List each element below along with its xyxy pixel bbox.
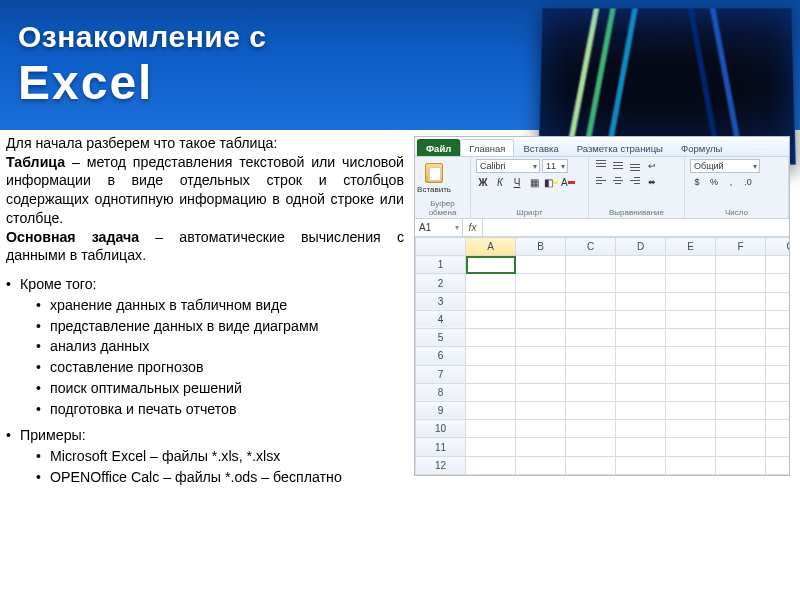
- cell[interactable]: [766, 310, 790, 328]
- cell[interactable]: [666, 438, 716, 456]
- align-bottom-button[interactable]: [628, 159, 642, 171]
- cell[interactable]: [666, 329, 716, 347]
- column-header[interactable]: E: [666, 238, 716, 256]
- cell[interactable]: [516, 256, 566, 274]
- row-header[interactable]: 5: [416, 329, 466, 347]
- cell[interactable]: [466, 383, 516, 401]
- column-header[interactable]: F: [716, 238, 766, 256]
- cell[interactable]: [716, 401, 766, 419]
- cell[interactable]: [616, 347, 666, 365]
- cell[interactable]: [716, 456, 766, 474]
- column-header[interactable]: A: [466, 238, 516, 256]
- cell[interactable]: [716, 256, 766, 274]
- cell[interactable]: [466, 420, 516, 438]
- cell[interactable]: [666, 310, 716, 328]
- cell[interactable]: [566, 383, 616, 401]
- row-header[interactable]: 3: [416, 292, 466, 310]
- cell[interactable]: [666, 365, 716, 383]
- cell[interactable]: [716, 274, 766, 292]
- cell[interactable]: [616, 365, 666, 383]
- cell[interactable]: [766, 456, 790, 474]
- percent-button[interactable]: %: [707, 175, 721, 189]
- underline-button[interactable]: Ч: [510, 175, 524, 189]
- cell[interactable]: [566, 292, 616, 310]
- align-top-button[interactable]: [594, 159, 608, 171]
- cell[interactable]: [716, 310, 766, 328]
- cell[interactable]: [466, 347, 516, 365]
- row-header[interactable]: 9: [416, 401, 466, 419]
- cell[interactable]: [616, 310, 666, 328]
- row-header[interactable]: 6: [416, 347, 466, 365]
- column-header[interactable]: G: [766, 238, 790, 256]
- merge-center-button[interactable]: ⬌: [645, 175, 659, 189]
- cell[interactable]: [516, 401, 566, 419]
- cell[interactable]: [516, 292, 566, 310]
- cell-a1[interactable]: [466, 256, 516, 274]
- cell[interactable]: [466, 401, 516, 419]
- tab-home[interactable]: Главная: [460, 139, 514, 156]
- border-button[interactable]: ▦: [527, 175, 541, 189]
- cell[interactable]: [716, 365, 766, 383]
- cell[interactable]: [766, 347, 790, 365]
- cell[interactable]: [716, 420, 766, 438]
- cell[interactable]: [566, 438, 616, 456]
- tab-file[interactable]: Файл: [417, 139, 460, 156]
- row-header[interactable]: 2: [416, 274, 466, 292]
- align-middle-button[interactable]: [611, 159, 625, 171]
- cell[interactable]: [516, 456, 566, 474]
- cell[interactable]: [616, 292, 666, 310]
- cell[interactable]: [566, 420, 616, 438]
- fill-color-button[interactable]: ◧: [544, 175, 558, 189]
- italic-button[interactable]: К: [493, 175, 507, 189]
- cell[interactable]: [666, 274, 716, 292]
- column-header[interactable]: B: [516, 238, 566, 256]
- formula-input[interactable]: [483, 219, 789, 236]
- tab-page-layout[interactable]: Разметка страницы: [568, 139, 672, 156]
- align-right-button[interactable]: [628, 175, 642, 187]
- cell[interactable]: [766, 274, 790, 292]
- cell[interactable]: [516, 274, 566, 292]
- font-color-button[interactable]: A: [561, 175, 575, 189]
- cell[interactable]: [566, 329, 616, 347]
- increase-decimal-button[interactable]: .0: [741, 175, 755, 189]
- currency-button[interactable]: $: [690, 175, 704, 189]
- cell[interactable]: [716, 383, 766, 401]
- cell[interactable]: [716, 347, 766, 365]
- cell[interactable]: [466, 456, 516, 474]
- cell[interactable]: [466, 274, 516, 292]
- select-all-corner[interactable]: [416, 238, 466, 256]
- row-header[interactable]: 8: [416, 383, 466, 401]
- tab-formulas[interactable]: Формулы: [672, 139, 731, 156]
- cell[interactable]: [716, 292, 766, 310]
- cell[interactable]: [566, 401, 616, 419]
- row-header[interactable]: 12: [416, 456, 466, 474]
- cell[interactable]: [616, 256, 666, 274]
- font-size-select[interactable]: 11: [542, 159, 568, 173]
- cell[interactable]: [616, 274, 666, 292]
- row-header[interactable]: 10: [416, 420, 466, 438]
- align-left-button[interactable]: [594, 175, 608, 187]
- column-header[interactable]: C: [566, 238, 616, 256]
- font-name-select[interactable]: Calibri: [476, 159, 540, 173]
- cell[interactable]: [516, 383, 566, 401]
- row-header[interactable]: 1: [416, 256, 466, 274]
- cell[interactable]: [666, 420, 716, 438]
- cell[interactable]: [566, 256, 616, 274]
- tab-insert[interactable]: Вставка: [514, 139, 567, 156]
- cell[interactable]: [516, 310, 566, 328]
- worksheet-grid[interactable]: A B C D E F G 1 2 3 4 5 6: [415, 237, 789, 475]
- cell[interactable]: [716, 329, 766, 347]
- cell[interactable]: [666, 292, 716, 310]
- cell[interactable]: [716, 438, 766, 456]
- cell[interactable]: [516, 365, 566, 383]
- cell[interactable]: [766, 420, 790, 438]
- wrap-text-button[interactable]: ↩: [645, 159, 659, 173]
- cell[interactable]: [466, 310, 516, 328]
- cell[interactable]: [516, 347, 566, 365]
- cell[interactable]: [466, 292, 516, 310]
- cell[interactable]: [616, 329, 666, 347]
- cell[interactable]: [616, 401, 666, 419]
- cell[interactable]: [666, 456, 716, 474]
- row-header[interactable]: 11: [416, 438, 466, 456]
- cell[interactable]: [516, 329, 566, 347]
